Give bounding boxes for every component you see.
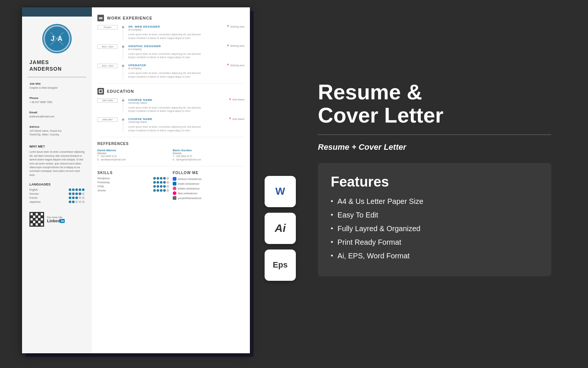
feature-2: • Easy To Edit xyxy=(331,211,538,219)
address-section: Adress 123 Street name, House No. Town/C… xyxy=(28,123,86,138)
feature-4: • Print Ready Format xyxy=(331,238,538,247)
word-icon-label: W xyxy=(275,185,285,197)
email-section: Email anderson@email.com xyxy=(28,109,86,120)
job-item-3: 2010 - 2013 OPERATOR at company 📍 Workin… xyxy=(97,64,244,79)
skills-title: SKILLS xyxy=(97,171,169,175)
work-experience-header: WORK EXPERIENCE xyxy=(97,15,244,21)
education-icon xyxy=(97,88,104,95)
why-me-title: WHY ME? xyxy=(29,145,85,148)
resume-card: J A JAMES ANDERSON Job title Graphic & W… xyxy=(22,7,250,353)
format-icons: W Ai Eps xyxy=(265,176,296,281)
bullet-1: • xyxy=(331,198,333,205)
lang-german: German xyxy=(29,192,85,195)
ai-icon-label: Ai xyxy=(275,222,286,234)
lang-japanese: Japanese xyxy=(29,201,85,203)
phone-value: + 88 027 8985 7582 xyxy=(29,100,85,104)
company-1: at company xyxy=(128,28,160,31)
job-title-section: Job title Graphic & Web Designer xyxy=(28,80,86,92)
job-title-label: Job title xyxy=(29,82,85,85)
linkedin-text: Linkedin xyxy=(47,219,65,223)
location-1: 📍 Working area xyxy=(226,25,244,28)
feature-5: • Ai, EPS, Word Format xyxy=(331,252,538,260)
ai-icon-box: Ai xyxy=(265,213,296,244)
address-label: Adress xyxy=(29,125,85,128)
work-experience-title: WORK EXPERIENCE xyxy=(107,16,153,20)
job-desc-1: Lorem ipsum dolor sit amet, consectetur … xyxy=(128,33,244,40)
education-header: EDUCATION xyxy=(97,88,244,95)
email-label: Email xyxy=(29,111,85,114)
feature-text-3: Fully Layred & Organized xyxy=(337,224,420,233)
feature-3: • Fully Layred & Organized xyxy=(331,224,538,233)
references-grid: David Warner Director T : 028 5869 5175E… xyxy=(97,149,244,162)
job-title-value: Graphic & Web Designer xyxy=(29,86,85,90)
resume-sidebar: J A JAMES ANDERSON Job title Graphic & W… xyxy=(22,7,92,353)
bullet-3: • xyxy=(331,225,333,233)
skills-follow-grid: SKILLS Wordpress Photoshop xyxy=(97,171,244,201)
main-title-line2: Cover Letter xyxy=(318,103,551,127)
features-title: Features xyxy=(331,174,538,190)
languages-title: LANGUAGES xyxy=(29,183,85,186)
why-me-text: Lorem ipsum dolor sit amet, consectetuer… xyxy=(29,150,85,177)
references-title: REFFERENCES xyxy=(97,142,244,146)
qr-label: For more info xyxy=(47,216,65,219)
job-title-2: GRAPHIC DESIGNER xyxy=(128,45,161,48)
resume-main: WORK EXPERIENCE Present SR. WEB DESIGNER… xyxy=(92,7,250,353)
qr-linkedin-section: For more info Linkedin xyxy=(28,210,86,229)
name-divider xyxy=(28,77,86,77)
follow-behance: behance.net/anderson xyxy=(173,177,244,181)
job-date-1: Present xyxy=(97,25,118,40)
follow-section: FOLLOW ME behance.net/anderson linkdin.n… xyxy=(173,171,244,201)
avatar: J A xyxy=(42,24,72,53)
follow-portfolio: yourportfolio/anderson xyxy=(173,196,244,200)
job-item-1: Present SR. WEB DESIGNER at company 📍 Wo… xyxy=(97,25,244,40)
lang-french: French xyxy=(29,197,85,199)
languages-section: LANGUAGES English German French xyxy=(28,181,86,206)
title-divider xyxy=(318,134,551,135)
edu-item-1: 2007-2009 COURSE NAME University Name 📍 … xyxy=(97,98,244,113)
follow-linkedin: linkdin.net/anderson xyxy=(173,182,244,185)
skills-section: SKILLS Wordpress Photoshop xyxy=(97,171,169,201)
info-panel: Resume & Cover Letter Resume + Cover Let… xyxy=(303,73,566,284)
name-block: JAMES ANDERSON xyxy=(28,59,86,72)
word-icon-box: W xyxy=(265,176,296,207)
address-value: 123 Street name, House No. Town/City, St… xyxy=(29,129,85,137)
subtitle: Resume + Cover Letter xyxy=(318,142,551,152)
main-title-line1: Resume & xyxy=(318,80,551,104)
main-title: Resume & Cover Letter xyxy=(318,80,551,127)
eps-icon-label: Eps xyxy=(273,260,287,270)
candidate-name: JAMES ANDERSON xyxy=(29,59,85,72)
work-icon xyxy=(97,15,104,21)
feature-1: • A4 & Us Letter Paper Size xyxy=(331,197,538,206)
job-title-3: OPERATOR xyxy=(128,64,146,67)
ref-2: Barin Gordon Director T : 028 5869 5175E… xyxy=(173,149,244,162)
skill-photoshop: Photoshop xyxy=(97,181,169,184)
lang-english: English xyxy=(29,188,85,191)
why-me-section: WHY ME? Lorem ipsum dolor sit amet, cons… xyxy=(28,143,86,179)
feature-text-2: Easy To Edit xyxy=(337,211,378,219)
email-value: anderson@email.com xyxy=(29,115,85,118)
follow-flickr: fliker.net/anderson xyxy=(173,191,244,195)
follow-title: FOLLOW ME xyxy=(173,171,244,175)
education-title: EDUCATION xyxy=(107,89,134,93)
skill-joomla: Joomla xyxy=(97,189,169,192)
bullet-5: • xyxy=(331,252,333,260)
skill-html: HTML xyxy=(97,185,169,188)
ref-1: David Warner Director T : 028 5869 5175E… xyxy=(97,149,169,162)
features-box: Features • A4 & Us Letter Paper Size • E… xyxy=(318,163,551,276)
follow-dribbble: dribble.net/anderson xyxy=(173,187,244,190)
skill-wordpress: Wordpress xyxy=(97,177,169,180)
feature-text-4: Print Ready Format xyxy=(337,238,401,247)
eps-icon-box: Eps xyxy=(265,250,296,281)
feature-text-1: A4 & Us Letter Paper Size xyxy=(337,197,423,206)
phone-section: Phone + 88 027 8985 7582 xyxy=(28,95,86,106)
right-side: W Ai Eps Resume & Cover Letter Resume + … xyxy=(257,73,566,296)
feature-text-5: Ai, EPS, Word Format xyxy=(337,252,409,260)
bullet-4: • xyxy=(331,238,333,246)
references-section: REFFERENCES David Warner Director T : 02… xyxy=(97,142,244,162)
job-item-2: 2013 - 2014 GRAPHIC DESIGNER at company … xyxy=(97,45,244,60)
phone-label: Phone xyxy=(29,96,85,100)
resume-preview: J A JAMES ANDERSON Job title Graphic & W… xyxy=(22,7,257,361)
job-title-1: SR. WEB DESIGNER xyxy=(128,25,160,28)
bullet-2: • xyxy=(331,211,333,219)
edu-item-2: 2005-2007 COURSE NAME University Name 📍 … xyxy=(97,117,244,132)
